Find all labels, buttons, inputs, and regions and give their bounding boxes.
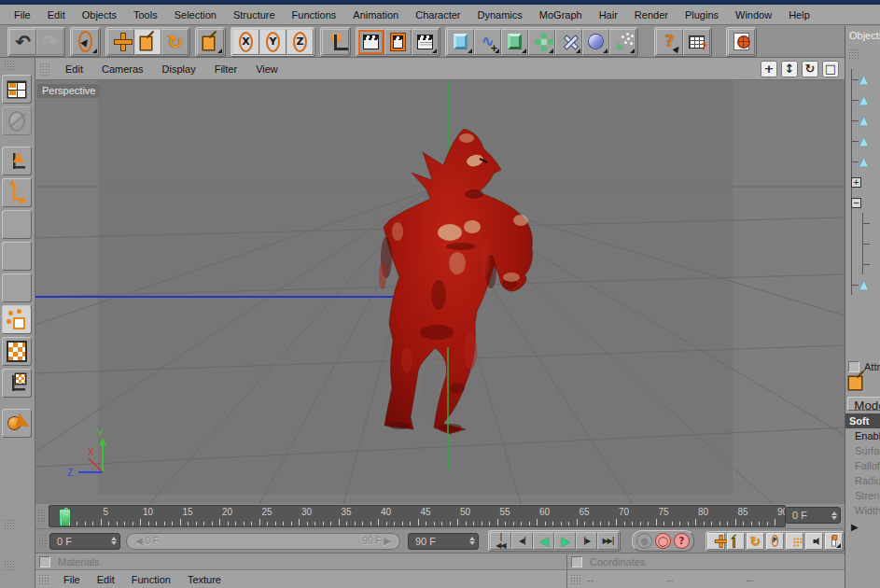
points-mode-button[interactable] xyxy=(2,210,32,239)
scale-button[interactable] xyxy=(134,29,161,55)
menubar-item[interactable]: Window xyxy=(727,7,780,22)
menubar-item[interactable]: Edit xyxy=(39,7,74,22)
timeline-ruler[interactable]: 051015202530354045505560657075808590 xyxy=(49,505,786,527)
help-button[interactable] xyxy=(656,29,683,55)
add-deformer-button[interactable] xyxy=(555,29,582,55)
materials-menu-item[interactable]: File xyxy=(55,572,89,587)
live-selection-button[interactable] xyxy=(72,29,99,55)
viewport-maximize-button[interactable]: □ xyxy=(822,61,839,77)
tab-soft-selection[interactable]: Soft xyxy=(845,413,880,428)
goto-start-button[interactable]: |◀◀ xyxy=(490,532,511,550)
render-picture-viewer-button[interactable] xyxy=(384,29,412,55)
lock-y-button[interactable]: Y xyxy=(259,29,286,55)
attribute-row[interactable]: Radius xyxy=(845,473,880,488)
menubar-item[interactable]: MoGraph xyxy=(531,7,591,22)
menubar-item[interactable]: Objects xyxy=(74,7,125,22)
add-environment-button[interactable] xyxy=(582,29,609,55)
attribute-row[interactable]: Enable xyxy=(845,428,880,443)
menubar-item[interactable]: Tools xyxy=(125,7,166,22)
next-frame-button[interactable]: |▶ xyxy=(576,532,597,550)
attribute-row[interactable]: Falloff xyxy=(845,458,880,473)
add-particles-button[interactable] xyxy=(609,29,636,55)
prev-frame-button[interactable]: ◀| xyxy=(511,532,533,550)
autokey-help-button[interactable]: ? xyxy=(674,533,690,549)
viewport-menu-item[interactable]: Filter xyxy=(205,62,246,77)
tree-expander-expanded[interactable] xyxy=(845,192,880,213)
key-scale-toggle[interactable] xyxy=(727,533,745,550)
materials-menu-item[interactable]: Function xyxy=(123,572,179,587)
texture-mode-button[interactable] xyxy=(2,337,32,366)
viewport-rotate-button[interactable]: ↻ xyxy=(802,61,818,77)
attribute-row[interactable]: Surface xyxy=(845,443,880,458)
viewport-menu-item[interactable]: Edit xyxy=(56,62,92,77)
key-rotation-toggle[interactable] xyxy=(747,533,764,550)
tree-item-child[interactable] xyxy=(845,213,880,233)
menubar-item[interactable]: Dynamics xyxy=(469,7,531,22)
panel-grip[interactable] xyxy=(38,574,49,586)
add-spline-button[interactable] xyxy=(474,29,501,55)
menubar-item[interactable]: Hair xyxy=(591,7,626,22)
polygons-mode-button[interactable] xyxy=(2,273,32,302)
play-backward-button[interactable]: ◀ xyxy=(533,532,554,550)
lock-z-button[interactable]: Z xyxy=(286,29,314,55)
play-forward-button[interactable]: ▶ xyxy=(554,532,576,550)
model-scale-button[interactable] xyxy=(197,29,224,55)
viewport-menu-item[interactable]: Display xyxy=(153,62,205,77)
panel-grip[interactable] xyxy=(4,519,15,530)
tree-item-child[interactable] xyxy=(845,233,880,254)
coordinate-system-button[interactable] xyxy=(322,29,349,55)
menubar-item[interactable]: File xyxy=(6,7,39,22)
panel-grip[interactable] xyxy=(4,60,15,71)
selection-filter-button[interactable] xyxy=(2,305,32,334)
texture-axis-mode-button[interactable] xyxy=(2,369,32,398)
materials-menu-item[interactable]: Texture xyxy=(179,572,230,587)
object-axis-mode-button[interactable] xyxy=(2,178,32,207)
materials-menu-item[interactable]: Edit xyxy=(89,572,123,587)
expand-arrow-icon[interactable]: ▶ xyxy=(845,518,880,532)
viewport-zoom-button[interactable]: ↕ xyxy=(781,61,798,77)
menubar-item[interactable]: Structure xyxy=(225,7,284,22)
content-browser-button[interactable] xyxy=(683,29,710,55)
tree-item-joint[interactable] xyxy=(845,110,880,131)
key-pla-toggle[interactable] xyxy=(786,533,803,550)
attribute-row[interactable]: Strength xyxy=(845,488,880,503)
tree-item-child[interactable] xyxy=(845,254,880,274)
key-options-button[interactable] xyxy=(825,533,843,550)
record-keyframe-button[interactable]: ◯ xyxy=(655,533,671,549)
menubar-item[interactable]: Selection xyxy=(166,7,225,22)
panel-checkbox[interactable] xyxy=(39,556,50,567)
viewport-pan-button[interactable]: + xyxy=(761,61,777,77)
sound-toggle[interactable] xyxy=(805,533,823,550)
panel-grip[interactable] xyxy=(38,534,47,549)
convert-button[interactable] xyxy=(2,106,32,135)
lock-x-button[interactable]: X xyxy=(232,29,259,55)
menubar-item[interactable]: Render xyxy=(626,7,677,22)
render-view-button[interactable] xyxy=(357,29,384,55)
end-frame-field[interactable]: 90 F xyxy=(408,533,479,550)
goto-end-button[interactable]: ▶▶| xyxy=(597,532,619,550)
timeline-frame-dropdown[interactable]: 0 F xyxy=(785,507,841,524)
tree-item-joint[interactable] xyxy=(845,90,880,110)
panel-checkbox[interactable] xyxy=(848,361,859,372)
menubar-item[interactable]: Plugins xyxy=(677,7,727,22)
panel-checkbox[interactable] xyxy=(571,556,582,567)
panel-grip[interactable] xyxy=(848,49,859,60)
spinner-icon[interactable] xyxy=(829,508,840,523)
add-hypernurbs-button[interactable] xyxy=(501,29,528,55)
add-primitive-button[interactable] xyxy=(447,29,474,55)
tree-item-joint[interactable] xyxy=(845,131,880,151)
viewport-view-label[interactable]: Perspective xyxy=(37,84,100,98)
attribute-row[interactable]: Width xyxy=(845,503,880,518)
spinner-icon[interactable] xyxy=(108,534,119,549)
rotate-button[interactable] xyxy=(161,29,189,55)
model-mode-button[interactable] xyxy=(2,147,32,175)
tree-item-joint[interactable] xyxy=(845,69,880,90)
tree-expander-collapsed[interactable] xyxy=(845,172,880,192)
spinner-icon[interactable] xyxy=(467,534,478,549)
panel-grip[interactable] xyxy=(37,509,47,524)
menubar-item[interactable]: Character xyxy=(407,7,468,22)
viewport-menu-item[interactable]: View xyxy=(246,62,287,77)
current-frame-field[interactable]: 0 F xyxy=(49,533,120,550)
panel-grip[interactable] xyxy=(39,63,50,76)
viewport-canvas[interactable]: Perspective xyxy=(35,80,845,504)
